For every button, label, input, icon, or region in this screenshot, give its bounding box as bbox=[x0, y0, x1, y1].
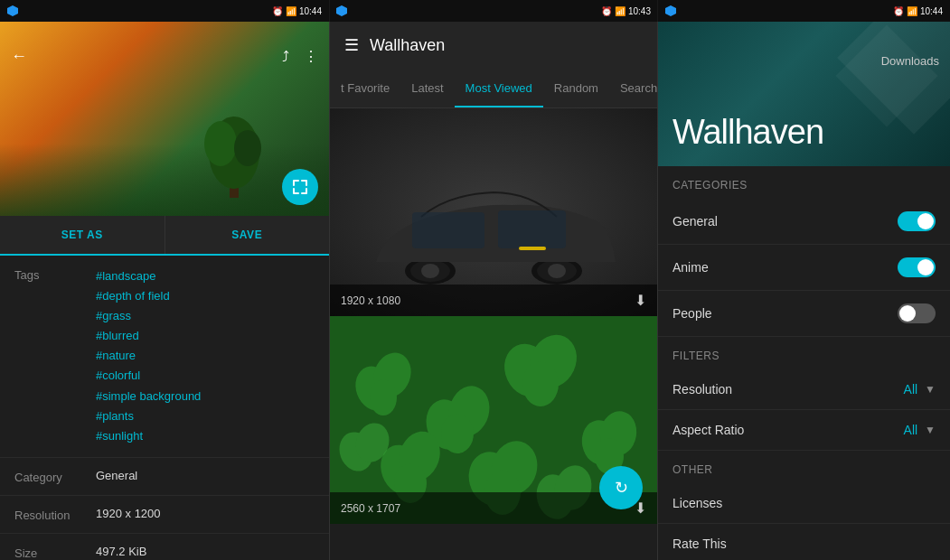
aspect-ratio-filter-value[interactable]: All ▼ bbox=[904, 423, 936, 437]
status-shield-icon-p3 bbox=[665, 5, 676, 16]
size-label: Size bbox=[14, 545, 96, 560]
category-general-toggle[interactable] bbox=[898, 211, 936, 231]
status-icons-p1: ⏰ 📶 10:44 bbox=[272, 6, 322, 16]
category-anime-toggle[interactable] bbox=[898, 257, 936, 277]
tab-bar: t Favorite Latest Most Viewed Random Sea… bbox=[330, 69, 657, 108]
svg-point-9 bbox=[548, 264, 566, 278]
svg-rect-11 bbox=[498, 210, 566, 248]
filters-section-label: Filters bbox=[658, 337, 950, 369]
category-row: Category General bbox=[0, 458, 329, 496]
status-bar-panel1: ⏰ 📶 10:44 bbox=[0, 0, 329, 22]
status-icons-p2: ⏰ 📶 10:43 bbox=[601, 6, 651, 16]
tab-most-viewed[interactable]: Most Viewed bbox=[455, 69, 543, 107]
hero-ground bbox=[0, 144, 329, 216]
category-people-item[interactable]: People bbox=[658, 291, 950, 337]
size-value: 497.2 KiB bbox=[96, 545, 315, 558]
wallpaper-card-clover[interactable]: 2560 x 1707 ⬇ ↻ bbox=[330, 316, 657, 524]
svg-point-2 bbox=[204, 121, 237, 166]
resolution-chevron-icon: ▼ bbox=[925, 383, 936, 396]
svg-point-19 bbox=[441, 414, 474, 453]
downloads-tab[interactable]: Downloads bbox=[870, 47, 950, 75]
drawer-panel: Wallhaven Downloads Categories General A… bbox=[658, 0, 950, 560]
more-options-button[interactable]: ⋮ bbox=[304, 48, 318, 65]
tag-landscape[interactable]: #landscape bbox=[96, 266, 315, 286]
list-panel: ☰ Wallhaven t Favorite Latest Most Viewe… bbox=[329, 0, 658, 560]
app-toolbar: ☰ Wallhaven bbox=[330, 22, 657, 69]
resolution-filter-row[interactable]: Resolution All ▼ bbox=[658, 369, 950, 410]
back-button[interactable]: ← bbox=[11, 47, 27, 66]
licenses-item[interactable]: Licenses bbox=[658, 483, 950, 524]
category-anime-item[interactable]: Anime bbox=[658, 245, 950, 291]
toggle-knob-people bbox=[899, 305, 916, 322]
tab-random[interactable]: Random bbox=[543, 69, 609, 107]
aspect-ratio-filter-row[interactable]: Aspect Ratio All ▼ bbox=[658, 410, 950, 451]
category-label: Category bbox=[14, 469, 96, 484]
resolution-row: Resolution 1920 x 1200 bbox=[0, 496, 329, 534]
save-button[interactable]: SAVE bbox=[165, 216, 330, 254]
licenses-label: Licenses bbox=[673, 496, 722, 510]
svg-point-22 bbox=[522, 361, 559, 406]
svg-rect-10 bbox=[412, 212, 484, 248]
tag-sunlight[interactable]: #sunlight bbox=[96, 426, 315, 446]
category-value: General bbox=[96, 469, 315, 482]
toggle-knob-general bbox=[917, 213, 934, 229]
status-bar-panel2: ⏰ 📶 10:43 bbox=[329, 0, 658, 22]
tab-latest[interactable]: Latest bbox=[400, 69, 454, 107]
svg-point-8 bbox=[421, 264, 439, 278]
resolution-filter-label: Resolution bbox=[673, 382, 732, 397]
resolution-filter-value[interactable]: All ▼ bbox=[904, 382, 936, 397]
refresh-fab-button[interactable]: ↻ bbox=[599, 466, 643, 509]
card1-download-icon[interactable]: ⬇ bbox=[635, 292, 646, 309]
set-as-button[interactable]: SET AS bbox=[0, 216, 165, 254]
card1-resolution: 1920 x 1080 bbox=[341, 294, 400, 307]
resolution-filter-text: All bbox=[904, 382, 918, 397]
rate-this-label: Rate This bbox=[673, 537, 727, 551]
resolution-label: Resolution bbox=[14, 507, 96, 522]
status-shield-icon-p2 bbox=[336, 5, 347, 16]
tags-label: Tags bbox=[14, 266, 96, 282]
tag-nature[interactable]: #nature bbox=[96, 346, 315, 366]
tags-row: Tags #landscape #depth of field #grass #… bbox=[0, 256, 329, 458]
tags-value: #landscape #depth of field #grass #blurr… bbox=[96, 266, 315, 446]
svg-point-3 bbox=[234, 130, 261, 166]
tag-depth-of-field[interactable]: #depth of field bbox=[96, 286, 315, 306]
size-row: Size 497.2 KiB bbox=[0, 534, 329, 560]
tag-blurred[interactable]: #blurred bbox=[96, 326, 315, 346]
app-title: Wallhaven bbox=[370, 36, 445, 55]
tag-colorful[interactable]: #colorful bbox=[96, 366, 315, 386]
category-general-item[interactable]: General bbox=[658, 199, 950, 245]
drawer-header: Wallhaven Downloads bbox=[658, 22, 950, 166]
tab-search[interactable]: Search bbox=[609, 69, 657, 107]
wallpaper-card-car[interactable]: 1920 x 1080 ⬇ bbox=[330, 108, 657, 316]
svg-point-16 bbox=[370, 379, 397, 415]
tab-favorite[interactable]: t Favorite bbox=[330, 69, 400, 107]
card2-resolution: 2560 x 1707 bbox=[341, 502, 400, 515]
other-section-label: Other bbox=[658, 451, 950, 483]
detail-panel: ← ⤴ ⋮ SET AS SAVE Tags #landscape #depth… bbox=[0, 0, 329, 560]
hero-image: ← ⤴ ⋮ bbox=[0, 22, 329, 216]
resolution-value: 1920 x 1200 bbox=[96, 507, 315, 520]
wallpaper-list: 1920 x 1080 ⬇ bbox=[330, 108, 657, 560]
aspect-ratio-filter-text: All bbox=[904, 423, 918, 437]
status-shield-icon-p1 bbox=[7, 5, 18, 16]
expand-button[interactable] bbox=[282, 169, 318, 205]
hamburger-menu-button[interactable]: ☰ bbox=[344, 37, 359, 53]
categories-section-label: Categories bbox=[658, 166, 950, 199]
status-icons-p3: ⏰ 📶 10:44 bbox=[893, 6, 943, 16]
action-bar: SET AS SAVE bbox=[0, 216, 329, 256]
aspect-ratio-filter-label: Aspect Ratio bbox=[673, 423, 744, 437]
tag-grass[interactable]: #grass bbox=[96, 306, 315, 326]
category-anime-label: Anime bbox=[673, 260, 709, 275]
tag-plants[interactable]: #plants bbox=[96, 406, 315, 426]
aspect-ratio-chevron-icon: ▼ bbox=[925, 424, 936, 436]
hero-toolbar: ← ⤴ ⋮ bbox=[0, 47, 329, 66]
toggle-knob-anime bbox=[917, 259, 934, 275]
share-button[interactable]: ⤴ bbox=[282, 48, 289, 65]
detail-table: Tags #landscape #depth of field #grass #… bbox=[0, 256, 329, 560]
rate-this-item[interactable]: Rate This bbox=[658, 524, 950, 560]
svg-rect-12 bbox=[519, 247, 546, 250]
category-people-toggle[interactable] bbox=[898, 303, 936, 323]
drawer-content: Categories General Anime People Filters … bbox=[658, 166, 950, 560]
category-general-label: General bbox=[673, 214, 718, 229]
tag-simple-background[interactable]: #simple background bbox=[96, 387, 315, 406]
